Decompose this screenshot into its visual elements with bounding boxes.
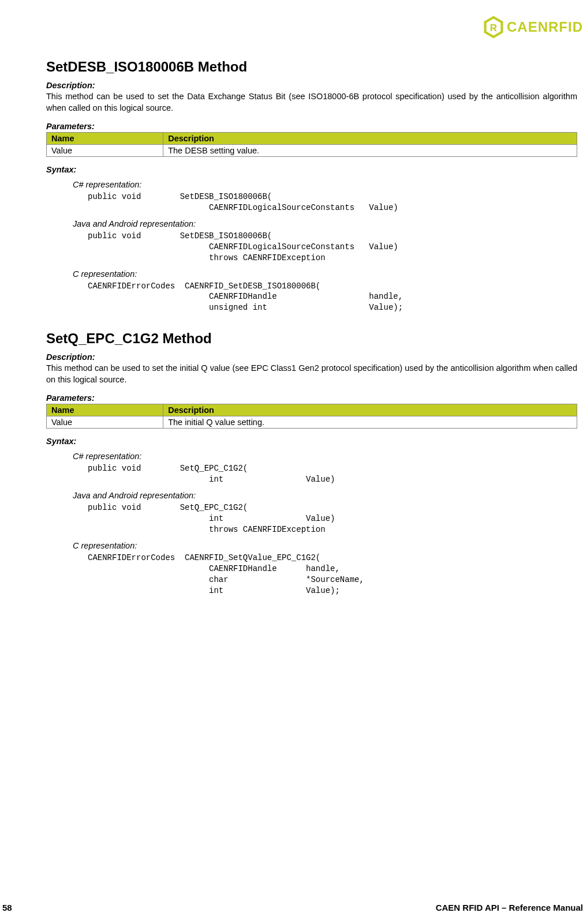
parameters-label: Parameters: <box>46 122 577 131</box>
table-header-desc: Description <box>163 133 577 145</box>
code-block: public void SetDESB_ISO180006B( CAENRFID… <box>88 191 577 213</box>
page: R CAENRFID SetDESB_ISO180006B Method Des… <box>0 0 583 924</box>
representation-label: Java and Android representation: <box>73 491 577 500</box>
parameters-table: Name Description Value The initial Q val… <box>46 404 577 429</box>
param-desc: The DESB setting value. <box>163 145 577 157</box>
brand-logo: R CAENRFID <box>484 16 583 38</box>
description-label: Description: <box>46 352 577 362</box>
code-block: public void SetQ_EPC_C1G2( int Value) th… <box>88 502 577 535</box>
code-block: CAENRFIDErrorCodes CAENRFID_SetDESB_ISO1… <box>88 281 577 314</box>
param-name: Value <box>47 416 163 429</box>
content: SetDESB_ISO180006B Method Description: T… <box>46 59 583 596</box>
manual-title: CAEN RFID API – Reference Manual <box>436 903 583 912</box>
representation-label: Java and Android representation: <box>73 219 577 228</box>
description-text: This method can be used to set the Data … <box>46 91 577 114</box>
table-header-name: Name <box>47 133 163 145</box>
syntax-block: C# representation: public void SetQ_EPC_… <box>73 452 577 596</box>
parameters-label: Parameters: <box>46 393 577 403</box>
table-row: Value The DESB setting value. <box>47 145 577 157</box>
table-header-name: Name <box>47 404 163 416</box>
table-header-desc: Description <box>163 404 577 416</box>
method-title: SetQ_EPC_C1G2 Method <box>46 330 577 347</box>
param-desc: The initial Q value setting. <box>163 416 577 429</box>
param-name: Value <box>47 145 163 157</box>
description-text: This method can be used to set the initi… <box>46 363 577 385</box>
table-row: Value The initial Q value setting. <box>47 416 577 429</box>
method-title: SetDESB_ISO180006B Method <box>46 59 577 75</box>
description-label: Description: <box>46 81 577 90</box>
code-block: public void SetDESB_ISO180006B( CAENRFID… <box>88 231 577 264</box>
brand-name: CAENRFID <box>507 19 583 35</box>
code-block: public void SetQ_EPC_C1G2( int Value) <box>88 463 577 485</box>
footer: 58 CAEN RFID API – Reference Manual <box>0 903 583 912</box>
representation-label: C representation: <box>73 541 577 550</box>
representation-label: C# representation: <box>73 180 577 189</box>
syntax-label: Syntax: <box>46 437 577 446</box>
syntax-block: C# representation: public void SetDESB_I… <box>73 180 577 313</box>
syntax-label: Syntax: <box>46 165 577 174</box>
table-header-row: Name Description <box>47 133 577 145</box>
representation-label: C representation: <box>73 269 577 279</box>
parameters-table: Name Description Value The DESB setting … <box>46 132 577 157</box>
hexagon-icon: R <box>484 16 503 38</box>
table-header-row: Name Description <box>47 404 577 416</box>
code-block: CAENRFIDErrorCodes CAENRFID_SetQValue_EP… <box>88 553 577 596</box>
page-number: 58 <box>0 903 12 912</box>
svg-text:R: R <box>490 22 497 33</box>
representation-label: C# representation: <box>73 452 577 461</box>
